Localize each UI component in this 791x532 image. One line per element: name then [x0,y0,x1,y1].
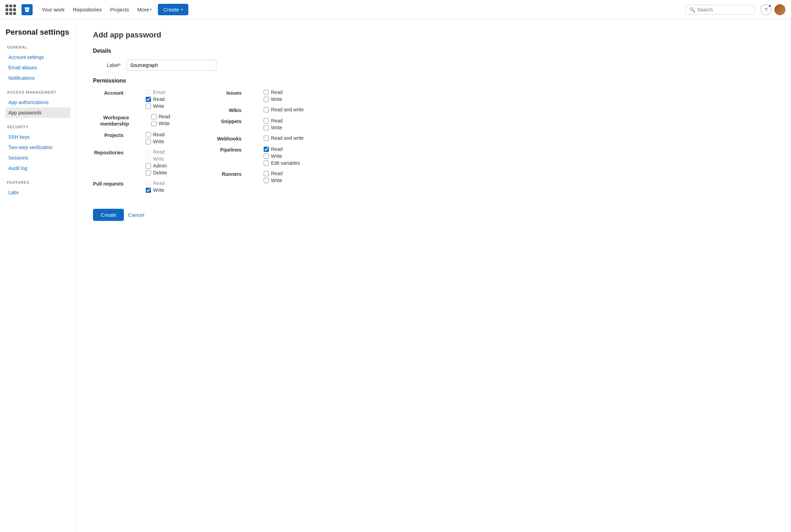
user-avatar[interactable] [774,4,785,15]
help-icon: ? [765,7,767,12]
sidebar-section-general-label: General [6,45,70,49]
nav-projects[interactable]: Projects [107,5,133,15]
perm-repositories-label: Repositories [94,150,129,155]
check-workspace-write[interactable]: Write [151,121,170,126]
check-pipelines-write[interactable]: Write [264,153,300,159]
sidebar-item-notifications[interactable]: Notifications [6,73,70,83]
check-wikis-read-write[interactable]: Read and write [264,107,304,112]
perm-pipelines-checks: Read Write Edit variables [264,146,300,166]
sidebar-item-account-settings[interactable]: Account settings [6,52,70,62]
checkbox-repos-write [146,156,151,162]
page-title: Personal settings [6,28,70,37]
checkbox-pipelines-write[interactable] [264,154,269,159]
check-snippets-write[interactable]: Write [264,125,282,130]
permissions-right-column: Issues Read Write Wikis [211,89,308,198]
perm-wikis-checks: Read and write [264,107,304,112]
sidebar-section-features: Features Labs [6,180,70,198]
perm-webhooks-checks: Read and write [264,135,304,141]
check-runners-write[interactable]: Write [264,178,282,183]
sidebar-section-security-label: Security [6,125,70,129]
bitbucket-logo[interactable] [22,4,33,15]
help-button[interactable]: ? [760,4,772,15]
perm-issues-checks: Read Write [264,89,282,102]
required-indicator: * [119,62,121,68]
check-projects-read[interactable]: Read [146,132,164,137]
create-button[interactable]: Create ▾ [158,4,188,15]
perm-workspace-label: Workspacemembership [93,114,135,127]
notification-badge [768,4,772,8]
check-issues-read[interactable]: Read [264,89,282,95]
sidebar-item-ssh-keys[interactable]: SSH keys [6,132,70,142]
sidebar-item-labs[interactable]: Labs [6,187,70,198]
checkbox-issues-read[interactable] [264,90,269,95]
search-icon: 🔍 [689,7,695,12]
checkbox-account-write[interactable] [146,104,151,109]
checkbox-account-read[interactable] [146,97,151,102]
check-account-read[interactable]: Read [146,96,165,102]
nav-repositories[interactable]: Repositories [69,5,105,15]
perm-group-repositories: Repositories Read Write Admin Delete [93,149,190,175]
cancel-button[interactable]: Cancel [128,212,144,218]
check-snippets-read[interactable]: Read [264,118,282,123]
perm-snippets-label: Snippets [221,119,247,124]
checkbox-workspace-write[interactable] [151,121,156,126]
check-webhooks-read-write[interactable]: Read and write [264,135,304,141]
perm-pipelines-label: Pipelines [220,147,247,153]
perm-webhooks-label: Webhooks [217,136,247,141]
checkbox-pipelines-read[interactable] [264,147,269,152]
perm-issues-label: Issues [226,90,247,96]
check-pr-read: Read [146,180,164,186]
apps-grid-icon[interactable] [6,5,16,15]
checkbox-pipelines-edit-variables[interactable] [264,161,269,166]
checkbox-repos-delete[interactable] [146,170,151,175]
checkbox-snippets-read[interactable] [264,118,269,123]
sidebar-item-app-passwords[interactable]: App passwords [6,108,70,118]
sidebar-item-app-authorizations[interactable]: App authorizations [6,97,70,108]
check-repos-read: Read [146,149,167,155]
checkbox-webhooks-read-write[interactable] [264,136,269,141]
details-section-title: Details [93,48,774,54]
sidebar-item-audit-log[interactable]: Audit log [6,163,70,173]
create-app-password-button[interactable]: Create [93,209,124,221]
sidebar: Personal settings General Account settin… [0,19,76,532]
check-runners-read[interactable]: Read [264,171,282,176]
navbar: Your work Repositories Projects More ▾ C… [0,0,791,19]
checkbox-repos-read [146,149,151,155]
checkbox-snippets-write[interactable] [264,125,269,130]
label-input[interactable] [126,60,216,71]
sidebar-section-access-management: Access Management App authorizations App… [6,90,70,118]
main-content: Add app password Details Label* Permissi… [76,19,791,532]
check-account-write[interactable]: Write [146,103,165,109]
check-workspace-read[interactable]: Read [151,114,170,119]
perm-projects-label: Projects [104,132,129,138]
sidebar-item-sessions[interactable]: Sessions [6,153,70,163]
nav-your-work[interactable]: Your work [38,5,68,15]
perm-group-pull-requests: Pull requests Read Write [93,180,190,193]
checkbox-workspace-read[interactable] [151,114,156,119]
check-pipelines-read[interactable]: Read [264,146,300,152]
search-input[interactable] [697,7,746,12]
checkbox-runners-write[interactable] [264,178,269,183]
check-account-email: Email [146,89,165,95]
checkbox-repos-admin[interactable] [146,163,151,169]
perm-group-account: Account Email Read Write [93,89,190,109]
check-pipelines-edit-variables[interactable]: Edit variables [264,160,300,166]
checkbox-pr-write[interactable] [146,188,151,193]
check-issues-write[interactable]: Write [264,96,282,102]
check-repos-delete[interactable]: Delete [146,170,167,175]
nav-more[interactable]: More ▾ [134,5,155,15]
sidebar-item-two-step-verification[interactable]: Two-step verification [6,142,70,153]
checkbox-projects-write[interactable] [146,139,151,144]
checkbox-runners-read[interactable] [264,171,269,176]
check-repos-admin[interactable]: Admin [146,163,167,169]
check-projects-write[interactable]: Write [146,139,164,144]
sidebar-item-email-aliases[interactable]: Email aliases [6,62,70,73]
checkbox-projects-read[interactable] [146,132,151,137]
create-chevron-icon: ▾ [181,8,183,11]
sidebar-section-features-label: Features [6,180,70,185]
perm-workspace-checks: Read Write [151,114,170,126]
perm-runners-label: Runners [222,171,247,177]
checkbox-wikis-read-write[interactable] [264,107,269,112]
checkbox-issues-write[interactable] [264,97,269,102]
check-pr-write[interactable]: Write [146,187,164,193]
